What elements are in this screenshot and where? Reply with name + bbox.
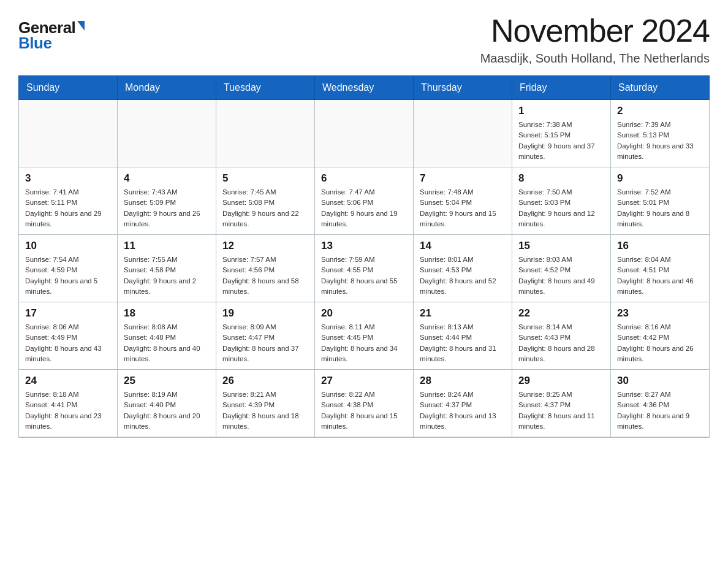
calendar-day-header: Friday — [512, 76, 611, 100]
day-number: 22 — [518, 307, 604, 320]
calendar-cell — [19, 100, 118, 167]
page-header: General Blue November 2024 Maasdijk, Sou… — [18, 12, 710, 66]
calendar-day-header: Tuesday — [216, 76, 315, 100]
day-number: 29 — [518, 375, 604, 387]
calendar-cell: 30Sunrise: 8:27 AM Sunset: 4:36 PM Dayli… — [611, 370, 710, 438]
calendar-cell: 26Sunrise: 8:21 AM Sunset: 4:39 PM Dayli… — [216, 370, 315, 438]
logo-blue-text: Blue — [18, 34, 51, 53]
day-number: 23 — [617, 307, 703, 320]
calendar-cell: 28Sunrise: 8:24 AM Sunset: 4:37 PM Dayli… — [414, 370, 512, 438]
day-number: 17 — [25, 307, 111, 320]
calendar-day-header: Monday — [118, 76, 216, 100]
calendar-cell: 2Sunrise: 7:39 AM Sunset: 5:13 PM Daylig… — [611, 100, 710, 167]
day-number: 16 — [617, 240, 703, 252]
calendar-cell: 20Sunrise: 8:11 AM Sunset: 4:45 PM Dayli… — [315, 302, 414, 370]
day-info: Sunrise: 7:41 AM Sunset: 5:11 PM Dayligh… — [25, 187, 111, 229]
day-number: 2 — [617, 105, 703, 117]
day-info: Sunrise: 7:59 AM Sunset: 4:55 PM Dayligh… — [321, 255, 407, 297]
day-number: 19 — [222, 307, 308, 320]
calendar-cell — [216, 100, 315, 167]
day-number: 15 — [518, 240, 604, 252]
calendar-cell: 18Sunrise: 8:08 AM Sunset: 4:48 PM Dayli… — [118, 302, 216, 370]
title-area: November 2024 Maasdijk, South Holland, T… — [480, 12, 710, 66]
day-info: Sunrise: 7:48 AM Sunset: 5:04 PM Dayligh… — [420, 187, 506, 229]
day-info: Sunrise: 8:27 AM Sunset: 4:36 PM Dayligh… — [617, 389, 703, 432]
calendar-cell: 22Sunrise: 8:14 AM Sunset: 4:43 PM Dayli… — [512, 302, 611, 370]
day-info: Sunrise: 8:16 AM Sunset: 4:42 PM Dayligh… — [617, 322, 703, 364]
page-subtitle: Maasdijk, South Holland, The Netherlands — [480, 52, 710, 66]
day-info: Sunrise: 7:39 AM Sunset: 5:13 PM Dayligh… — [617, 120, 703, 162]
day-number: 12 — [222, 240, 308, 252]
calendar-day-header: Sunday — [19, 76, 118, 100]
day-info: Sunrise: 7:47 AM Sunset: 5:06 PM Dayligh… — [321, 187, 407, 229]
day-number: 28 — [420, 375, 506, 387]
day-info: Sunrise: 7:50 AM Sunset: 5:03 PM Dayligh… — [518, 187, 604, 229]
day-info: Sunrise: 8:21 AM Sunset: 4:39 PM Dayligh… — [222, 389, 308, 432]
calendar-cell: 4Sunrise: 7:43 AM Sunset: 5:09 PM Daylig… — [118, 167, 216, 235]
calendar-cell — [315, 100, 414, 167]
day-number: 26 — [222, 375, 308, 387]
calendar-week-row: 24Sunrise: 8:18 AM Sunset: 4:41 PM Dayli… — [19, 370, 710, 438]
day-info: Sunrise: 8:18 AM Sunset: 4:41 PM Dayligh… — [25, 389, 111, 432]
day-info: Sunrise: 8:14 AM Sunset: 4:43 PM Dayligh… — [518, 322, 604, 364]
day-info: Sunrise: 7:45 AM Sunset: 5:08 PM Dayligh… — [222, 187, 308, 229]
calendar-cell: 5Sunrise: 7:45 AM Sunset: 5:08 PM Daylig… — [216, 167, 315, 235]
day-info: Sunrise: 7:43 AM Sunset: 5:09 PM Dayligh… — [124, 187, 210, 229]
calendar-cell: 25Sunrise: 8:19 AM Sunset: 4:40 PM Dayli… — [118, 370, 216, 438]
day-number: 8 — [518, 172, 604, 185]
day-number: 20 — [321, 307, 407, 320]
day-number: 7 — [420, 172, 506, 185]
day-number: 14 — [420, 240, 506, 252]
calendar-cell: 3Sunrise: 7:41 AM Sunset: 5:11 PM Daylig… — [19, 167, 118, 235]
calendar-cell: 17Sunrise: 8:06 AM Sunset: 4:49 PM Dayli… — [19, 302, 118, 370]
day-number: 1 — [518, 105, 604, 117]
calendar-cell: 10Sunrise: 7:54 AM Sunset: 4:59 PM Dayli… — [19, 235, 118, 302]
calendar-cell: 1Sunrise: 7:38 AM Sunset: 5:15 PM Daylig… — [512, 100, 611, 167]
day-info: Sunrise: 8:22 AM Sunset: 4:38 PM Dayligh… — [321, 389, 407, 432]
day-info: Sunrise: 7:38 AM Sunset: 5:15 PM Dayligh… — [518, 120, 604, 162]
calendar-week-row: 3Sunrise: 7:41 AM Sunset: 5:11 PM Daylig… — [19, 167, 710, 235]
day-info: Sunrise: 8:03 AM Sunset: 4:52 PM Dayligh… — [518, 255, 604, 297]
day-number: 3 — [25, 172, 111, 185]
day-number: 18 — [124, 307, 210, 320]
day-info: Sunrise: 8:19 AM Sunset: 4:40 PM Dayligh… — [124, 389, 210, 432]
logo: General Blue — [18, 12, 85, 53]
day-info: Sunrise: 8:11 AM Sunset: 4:45 PM Dayligh… — [321, 322, 407, 364]
day-number: 25 — [124, 375, 210, 387]
calendar-cell: 12Sunrise: 7:57 AM Sunset: 4:56 PM Dayli… — [216, 235, 315, 302]
calendar-cell: 19Sunrise: 8:09 AM Sunset: 4:47 PM Dayli… — [216, 302, 315, 370]
day-number: 27 — [321, 375, 407, 387]
calendar-cell: 11Sunrise: 7:55 AM Sunset: 4:58 PM Dayli… — [118, 235, 216, 302]
calendar-week-row: 17Sunrise: 8:06 AM Sunset: 4:49 PM Dayli… — [19, 302, 710, 370]
calendar-cell: 15Sunrise: 8:03 AM Sunset: 4:52 PM Dayli… — [512, 235, 611, 302]
calendar-day-header: Wednesday — [315, 76, 414, 100]
calendar-cell: 8Sunrise: 7:50 AM Sunset: 5:03 PM Daylig… — [512, 167, 611, 235]
day-info: Sunrise: 7:57 AM Sunset: 4:56 PM Dayligh… — [222, 255, 308, 297]
calendar-cell: 16Sunrise: 8:04 AM Sunset: 4:51 PM Dayli… — [611, 235, 710, 302]
logo-triangle-icon — [77, 21, 85, 31]
calendar-cell: 6Sunrise: 7:47 AM Sunset: 5:06 PM Daylig… — [315, 167, 414, 235]
day-number: 21 — [420, 307, 506, 320]
day-info: Sunrise: 8:08 AM Sunset: 4:48 PM Dayligh… — [124, 322, 210, 364]
calendar-cell: 13Sunrise: 7:59 AM Sunset: 4:55 PM Dayli… — [315, 235, 414, 302]
page-title: November 2024 — [480, 12, 710, 49]
day-number: 11 — [124, 240, 210, 252]
calendar-table: SundayMondayTuesdayWednesdayThursdayFrid… — [18, 75, 710, 438]
day-number: 10 — [25, 240, 111, 252]
day-number: 9 — [617, 172, 703, 185]
calendar-cell — [118, 100, 216, 167]
calendar-week-row: 1Sunrise: 7:38 AM Sunset: 5:15 PM Daylig… — [19, 100, 710, 167]
calendar-cell: 23Sunrise: 8:16 AM Sunset: 4:42 PM Dayli… — [611, 302, 710, 370]
day-info: Sunrise: 8:24 AM Sunset: 4:37 PM Dayligh… — [420, 389, 506, 432]
day-number: 6 — [321, 172, 407, 185]
calendar-week-row: 10Sunrise: 7:54 AM Sunset: 4:59 PM Dayli… — [19, 235, 710, 302]
day-info: Sunrise: 8:09 AM Sunset: 4:47 PM Dayligh… — [222, 322, 308, 364]
day-info: Sunrise: 8:06 AM Sunset: 4:49 PM Dayligh… — [25, 322, 111, 364]
calendar-day-header: Thursday — [414, 76, 512, 100]
calendar-header-row: SundayMondayTuesdayWednesdayThursdayFrid… — [19, 76, 710, 100]
calendar-cell: 7Sunrise: 7:48 AM Sunset: 5:04 PM Daylig… — [414, 167, 512, 235]
calendar-cell: 21Sunrise: 8:13 AM Sunset: 4:44 PM Dayli… — [414, 302, 512, 370]
calendar-cell: 24Sunrise: 8:18 AM Sunset: 4:41 PM Dayli… — [19, 370, 118, 438]
day-number: 4 — [124, 172, 210, 185]
day-info: Sunrise: 8:04 AM Sunset: 4:51 PM Dayligh… — [617, 255, 703, 297]
